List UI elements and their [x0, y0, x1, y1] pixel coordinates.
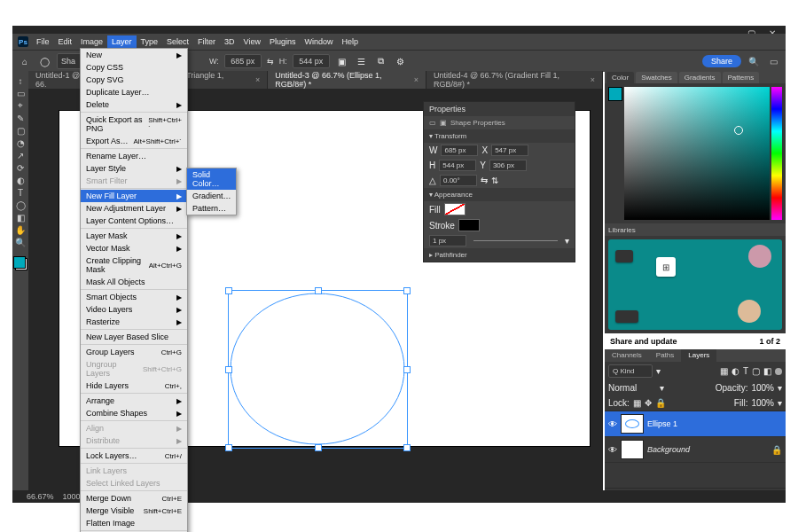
menu-item-copy-css[interactable]: Copy CSS: [81, 61, 187, 74]
lock-pixels-icon[interactable]: ▦: [633, 398, 641, 408]
menu-select[interactable]: Select: [162, 35, 193, 48]
tool-8[interactable]: ◐: [14, 174, 27, 186]
menu-type[interactable]: Type: [137, 35, 163, 48]
path-align-icon[interactable]: ☰: [355, 54, 369, 68]
menu-item-smart-objects[interactable]: Smart Objects▶: [81, 291, 187, 303]
filter-pixel-icon[interactable]: ▦: [720, 366, 728, 376]
menu-item-rasterize[interactable]: Rasterize▶: [81, 316, 187, 328]
tool-6[interactable]: ↗: [14, 149, 27, 161]
workspace-icon[interactable]: ▭: [766, 54, 780, 68]
close-tab-icon[interactable]: ×: [591, 75, 595, 84]
fill-swatch[interactable]: [444, 203, 466, 215]
tool-4[interactable]: ▢: [14, 124, 27, 137]
filter-type-icon[interactable]: T: [743, 366, 748, 376]
tool-9[interactable]: T: [14, 186, 27, 199]
prop-width[interactable]: 685 px: [441, 145, 478, 156]
close-tab-icon[interactable]: ×: [255, 75, 260, 84]
menu-item-new-fill-layer[interactable]: New Fill Layer▶: [81, 190, 187, 202]
menu-item-merge-down[interactable]: Merge DownCtrl+E: [81, 492, 187, 505]
filter-smart-icon[interactable]: ◧: [763, 366, 771, 376]
menu-item-new-layer-based-slice[interactable]: New Layer Based Slice: [81, 331, 187, 343]
menu-item-lock-layers-[interactable]: Lock Layers…Ctrl+/: [81, 450, 187, 462]
tool-5[interactable]: ◔: [14, 137, 27, 149]
zoom-level[interactable]: 66.67%: [27, 492, 54, 501]
layer-thumbnail[interactable]: [621, 414, 644, 434]
close-tab-icon[interactable]: ×: [414, 75, 419, 84]
menu-item-combine-shapes[interactable]: Combine Shapes▶: [81, 407, 187, 419]
height-input[interactable]: 544 px: [293, 54, 330, 68]
menu-window[interactable]: Window: [301, 35, 338, 48]
menu-item-duplicate-layer-[interactable]: Duplicate Layer…: [81, 86, 187, 98]
menu-item-rename-layer-[interactable]: Rename Layer…: [81, 150, 187, 162]
layer-row[interactable]: 👁Background🔒: [605, 437, 786, 463]
submenu-pattern-[interactable]: Pattern…: [187, 202, 236, 215]
filter-adjust-icon[interactable]: ◐: [732, 366, 739, 376]
layer-row[interactable]: 👁Ellipse 1: [605, 411, 786, 437]
new-fill-layer-submenu[interactable]: Solid Color…Gradient…Pattern…: [186, 168, 237, 215]
share-button[interactable]: Share: [702, 55, 741, 67]
menu-item-merge-visible[interactable]: Merge VisibleShift+Ctrl+E: [81, 505, 187, 517]
layer-thumbnail[interactable]: [621, 440, 644, 459]
menu-file[interactable]: File: [32, 35, 54, 48]
ellipse-shape[interactable]: [229, 291, 407, 448]
opacity-input[interactable]: 100%: [751, 383, 774, 393]
tool-12[interactable]: ✋: [14, 223, 27, 236]
tool-2[interactable]: ⌖: [14, 99, 27, 112]
menu-image[interactable]: Image: [76, 35, 107, 48]
blend-mode-dropdown[interactable]: Normal: [608, 383, 656, 393]
properties-panel[interactable]: Properties ▭▣Shape Properties ▾ Transfor…: [423, 101, 575, 262]
path-operations-icon[interactable]: ▣: [335, 54, 349, 68]
menu-item-new-adjustment-layer[interactable]: New Adjustment Layer▶: [81, 202, 187, 215]
layers-tab-layers[interactable]: Layers: [681, 349, 716, 362]
color-sv-picker[interactable]: [624, 87, 770, 220]
flip-h-icon[interactable]: ⇆: [481, 176, 488, 185]
menu-item-delete[interactable]: Delete▶: [81, 98, 187, 111]
menu-item-flatten-image[interactable]: Flatten Image: [81, 517, 187, 529]
link-wh-icon[interactable]: ⇆: [267, 57, 274, 66]
layer-visibility-icon[interactable]: 👁: [608, 445, 617, 455]
fill-opacity-input[interactable]: 100%: [751, 398, 774, 408]
pathfinder-section[interactable]: Pathfinder: [434, 251, 466, 259]
menu-item-layer-mask[interactable]: Layer Mask▶: [81, 230, 187, 242]
layers-tab-channels[interactable]: Channels: [605, 349, 649, 362]
submenu-gradient-[interactable]: Gradient…: [187, 190, 236, 202]
flip-v-icon[interactable]: ⇅: [491, 176, 498, 185]
home-icon[interactable]: ⌂: [18, 54, 32, 68]
submenu-solid-color-[interactable]: Solid Color…: [187, 168, 236, 190]
ellipse-tool-icon[interactable]: ◯: [37, 54, 51, 68]
menu-item-export-as-[interactable]: Export As…Alt+Shift+Ctrl+´: [81, 135, 187, 147]
search-icon[interactable]: 🔍: [747, 54, 761, 68]
menu-item-create-clipping-mask[interactable]: Create Clipping MaskAlt+Ctrl+G: [81, 254, 187, 276]
menu-view[interactable]: View: [239, 35, 265, 48]
layer-name[interactable]: Ellipse 1: [647, 419, 677, 428]
menu-filter[interactable]: Filter: [193, 35, 220, 48]
menu-item-layer-style[interactable]: Layer Style▶: [81, 162, 187, 175]
document-tab-2[interactable]: Untitled-3 @ 66.7% (Ellipse 1, RGB/8#) *…: [268, 71, 426, 89]
menu-item-arrange[interactable]: Arrange▶: [81, 395, 187, 407]
layer-name[interactable]: Background: [647, 445, 690, 454]
tool-1[interactable]: ▭: [14, 87, 27, 99]
menu-item-copy-svg[interactable]: Copy SVG: [81, 74, 187, 86]
tool-13[interactable]: 🔍: [14, 236, 27, 248]
lock-position-icon[interactable]: ✥: [645, 398, 652, 408]
color-tab-swatches[interactable]: Swatches: [636, 72, 677, 83]
layers-tab-paths[interactable]: Paths: [649, 349, 681, 362]
menu-item-vector-mask[interactable]: Vector Mask▶: [81, 242, 187, 254]
menu-item-hide-layers[interactable]: Hide LayersCtrl+,: [81, 379, 187, 392]
filter-shape-icon[interactable]: ▢: [752, 366, 760, 376]
menu-item-group-layers[interactable]: Group LayersCtrl+G: [81, 346, 187, 358]
tool-3[interactable]: ✎: [14, 112, 27, 124]
prop-x[interactable]: 547 px: [491, 145, 528, 156]
color-tab-color[interactable]: Color: [606, 72, 634, 83]
menu-item-video-layers[interactable]: Video Layers▶: [81, 303, 187, 316]
document-tab-3[interactable]: Untitled-4 @ 66.7% (Gradient Fill 1, RGB…: [426, 71, 603, 89]
transform-section[interactable]: Transform: [434, 132, 466, 140]
appearance-section[interactable]: Appearance: [434, 191, 473, 199]
tool-7[interactable]: ⟳: [14, 161, 27, 174]
menu-edit[interactable]: Edit: [54, 35, 77, 48]
menu-help[interactable]: Help: [338, 35, 364, 48]
menu-item-layer-content-options-[interactable]: Layer Content Options…: [81, 215, 187, 227]
filter-toggle[interactable]: [775, 368, 782, 375]
stroke-width[interactable]: 1 px: [429, 235, 466, 246]
stroke-style-preview[interactable]: [473, 240, 558, 241]
